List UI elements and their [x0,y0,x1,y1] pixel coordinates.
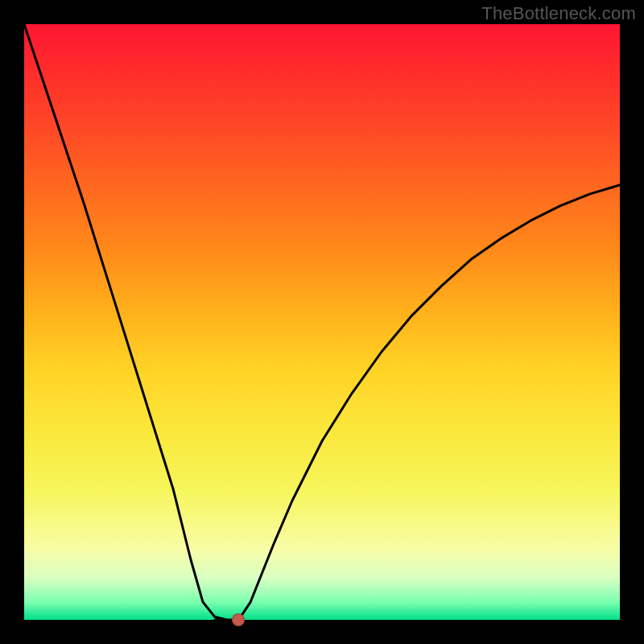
chart-frame: TheBottleneck.com [0,0,644,644]
curve-svg [24,24,620,620]
optimum-marker [232,613,245,626]
watermark-text: TheBottleneck.com [481,3,636,24]
bottleneck-curve [24,24,620,620]
plot-area [24,24,620,620]
